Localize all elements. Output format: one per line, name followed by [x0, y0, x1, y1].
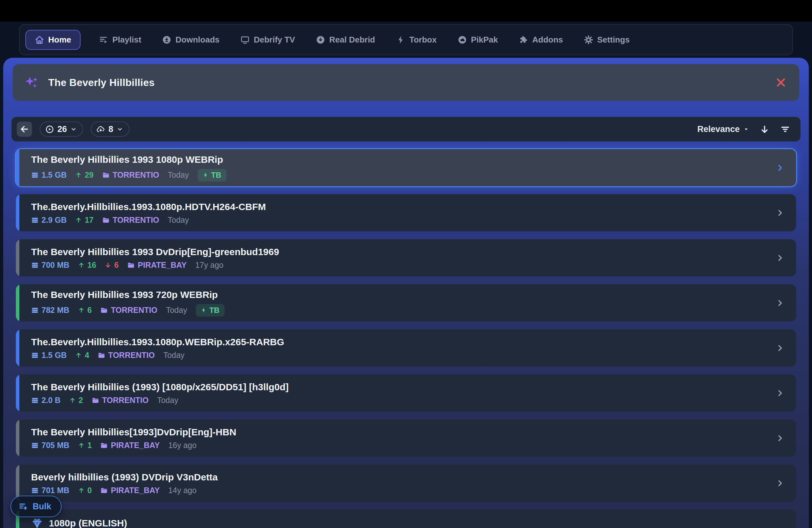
app-window: Home Playlist Downloads Debrify TV Real … [0, 0, 812, 528]
torbox-icon [396, 35, 405, 44]
age: Today [168, 216, 189, 224]
cached-count-dropdown[interactable]: 8 [91, 122, 129, 137]
seeders: 2 [69, 396, 83, 404]
group-header-row[interactable]: 1080p (ENGLISH) [16, 510, 796, 528]
nav-item-torbox[interactable]: Torbox [394, 30, 439, 49]
nav-item-downloads[interactable]: Downloads [160, 30, 222, 49]
result-card[interactable]: The Beverly Hillbillies 1993 1080p WEBRi… [16, 149, 796, 186]
folder-icon [127, 261, 135, 269]
sort-direction-button[interactable] [760, 124, 769, 134]
sort-descending-icon [760, 124, 769, 134]
result-card[interactable]: Beverly hillbillies (1993) DVDrip V3nDet… [16, 465, 796, 502]
result-meta: 1.5 GB4TORRENTIOToday [31, 351, 766, 359]
streams-count-dropdown[interactable]: 26 [40, 122, 83, 137]
top-nav: Home Playlist Downloads Debrify TV Real … [19, 24, 793, 55]
hdd-icon [31, 397, 39, 404]
arrow-up-icon [78, 307, 85, 314]
age-value: Today [157, 396, 178, 404]
result-card[interactable]: The Beverly Hillbillies[1993]DvDrip[Eng]… [16, 419, 796, 457]
leechers: 6 [105, 261, 119, 269]
source-value: TORRENTIO [113, 216, 159, 224]
result-card[interactable]: The.Beverly.Hillbillies.1993.1080p.HDTV.… [16, 194, 796, 231]
result-meta: 705 MB1PIRATE_BAY16y ago [31, 441, 766, 449]
folder-icon [100, 487, 108, 494]
nav-item-real-debrid[interactable]: Real Debrid [314, 30, 378, 49]
result-title: The.Beverly.Hillbillies.1993.1080p.HDTV.… [31, 201, 766, 212]
file-size: 2.9 GB [31, 216, 67, 224]
filter-icon [780, 124, 790, 134]
results-list: The Beverly Hillbillies 1993 1080p WEBRi… [16, 149, 796, 528]
chevron-right-icon [776, 434, 784, 442]
age-value: Today [163, 351, 185, 359]
age: 16y ago [169, 441, 197, 449]
arrow-up-icon [78, 262, 85, 269]
file-size-value: 701 MB [42, 486, 70, 494]
gem-icon [31, 517, 43, 528]
result-card[interactable]: The Beverly Hillbillies (1993) [1080p/x2… [16, 374, 796, 412]
top-black-band [0, 0, 812, 22]
home-icon [35, 35, 44, 44]
file-size-value: 700 MB [42, 261, 70, 269]
age: 17y ago [195, 261, 223, 269]
source-value: TORRENTIO [108, 351, 155, 359]
close-icon [775, 76, 787, 88]
result-card[interactable]: The Beverly Hillbillies 1993 720p WEBRip… [16, 284, 796, 322]
age-value: Today [168, 171, 189, 179]
nav-label-addons: Addons [532, 35, 563, 45]
leechers-value: 6 [114, 261, 119, 269]
result-meta: 700 MB166PIRATE_BAY17y ago [31, 261, 766, 269]
nav-label-debrify-tv: Debrify TV [254, 35, 295, 45]
nav-item-addons[interactable]: Addons [517, 30, 566, 49]
zap-icon [201, 307, 207, 313]
arrow-up-icon [75, 217, 82, 223]
group-head: 1080p (ENGLISH) [31, 517, 766, 528]
age-value: Today [166, 306, 187, 314]
hdd-icon [31, 216, 39, 224]
sort-label: Relevance [697, 124, 740, 134]
tv-icon [241, 35, 250, 44]
sort-dropdown[interactable]: Relevance [697, 124, 749, 134]
source: TORRENTIO [102, 171, 159, 179]
file-size-value: 782 MB [42, 306, 70, 314]
cached-badge: TB [198, 169, 227, 182]
result-card[interactable]: The Beverly Hillbillies 1993 DvDrip[Eng]… [16, 239, 796, 276]
age: Today [166, 306, 187, 314]
nav-item-debrify-tv[interactable]: Debrify TV [238, 30, 298, 49]
arrow-up-icon [75, 172, 82, 178]
arrow-up-icon [78, 487, 85, 494]
folder-icon [98, 352, 105, 359]
cached-count: 8 [108, 124, 113, 134]
filter-button[interactable] [780, 124, 790, 134]
nav-item-pikpak[interactable]: PikPak [455, 30, 501, 49]
hdd-icon [31, 306, 39, 314]
nav-label-downloads: Downloads [175, 35, 219, 45]
addons-icon [519, 35, 528, 44]
folder-icon [102, 216, 110, 224]
result-card[interactable]: The.Beverly.Hillbillies.1993.1080p.WEBRi… [16, 329, 796, 367]
nav-item-home[interactable]: Home [25, 30, 81, 50]
source: PIRATE_BAY [100, 486, 160, 494]
nav-label-real-debrid: Real Debrid [329, 35, 375, 45]
bulk-button[interactable]: Bulk [11, 496, 61, 517]
folder-icon [102, 171, 110, 179]
clear-search-button[interactable] [774, 75, 788, 89]
source-value: PIRATE_BAY [137, 261, 187, 269]
source-value: PIRATE_BAY [111, 486, 160, 494]
result-title: The Beverly Hillbillies 1993 1080p WEBRi… [31, 154, 766, 165]
accent-bar [16, 329, 19, 367]
folder-icon [100, 306, 108, 314]
result-title: The Beverly Hillbillies 1993 720p WEBRip [31, 289, 766, 300]
nav-item-settings[interactable]: Settings [581, 30, 633, 49]
arrow-down-sm-icon [105, 262, 111, 269]
cloud-download-icon [97, 125, 105, 133]
nav-item-playlist[interactable]: Playlist [97, 30, 144, 49]
search-input[interactable]: The Beverly Hillbillies [48, 77, 155, 88]
file-size: 701 MB [31, 486, 70, 494]
result-meta: 2.9 GB17TORRENTIOToday [31, 216, 766, 224]
age: Today [157, 396, 178, 404]
source: TORRENTIO [98, 351, 155, 359]
file-size: 700 MB [31, 261, 70, 269]
back-button[interactable] [17, 122, 32, 137]
result-title: The.Beverly.Hillbillies.1993.1080p.WEBRi… [31, 337, 766, 347]
search-bar[interactable]: The Beverly Hillbillies [13, 64, 799, 101]
